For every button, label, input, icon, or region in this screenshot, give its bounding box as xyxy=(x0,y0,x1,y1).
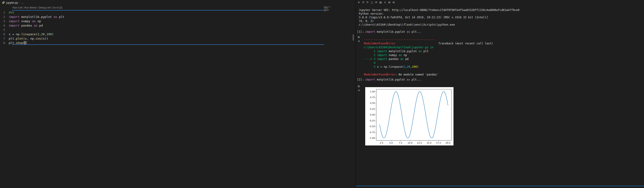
code-line[interactable]: 2import matplotlib.pyplot as plt xyxy=(0,15,64,19)
token: numpy xyxy=(20,19,32,23)
save-notebook-icon[interactable]: ▤ xyxy=(379,0,382,4)
expand-all-icon[interactable]: ⊞ xyxy=(388,0,391,4)
code-line[interactable]: 4import pandas as pd xyxy=(0,23,64,28)
line-number: 3 xyxy=(0,19,9,23)
cell-code[interactable]: import matplotlib.pyplot as plt... xyxy=(365,30,422,34)
token: as xyxy=(32,19,36,23)
token: import xyxy=(9,15,20,18)
code-line[interactable]: 3import numpy as np xyxy=(0,19,64,23)
restart-kernel-icon[interactable]: ⟳ xyxy=(374,0,378,4)
token: Traceback (most recent call last) xyxy=(395,42,493,45)
token: plt xyxy=(57,15,64,18)
token: plt... xyxy=(410,78,422,81)
token: plt... xyxy=(410,30,422,33)
breadcrumb-separator-icon: › xyxy=(19,1,20,4)
interrupt-kernel-icon[interactable]: ▢ xyxy=(370,0,374,4)
token: 5 xyxy=(364,65,377,68)
breadcrumb-symbol[interactable]: ... xyxy=(22,1,24,4)
python-file-icon xyxy=(2,1,5,4)
codelens-link[interactable]: Debug cell xyxy=(38,6,50,9)
server-info-line: c:\\Users\\63164\\Desktop\\flask\\env\\S… xyxy=(359,23,644,26)
token: as xyxy=(399,54,402,57)
token: numpy xyxy=(387,54,399,57)
token: , np. xyxy=(26,37,36,40)
code-line[interactable]: 1#%% xyxy=(0,10,64,15)
breadcrumb: jupyter.py › ... xyxy=(0,0,24,5)
editor-scrollbar-thumb[interactable] xyxy=(352,34,354,41)
input-box-border xyxy=(356,186,644,186)
code-line[interactable]: 7plt.plot(x, np.cos(x)) xyxy=(0,36,64,41)
collapse-all-icon[interactable]: ⊟ xyxy=(392,0,396,4)
svg-text:20.0: 20.0 xyxy=(446,142,450,144)
codelens-bar: Run Cell | Run Below | Debug cell | Go t… xyxy=(12,6,62,10)
token: import xyxy=(9,19,20,23)
codelens-link[interactable]: Run Cell xyxy=(12,6,22,9)
minimap-line xyxy=(324,9,329,10)
token: ) xyxy=(417,65,418,68)
svg-text:-0.50: -0.50 xyxy=(369,125,375,128)
minimap-line xyxy=(324,7,328,8)
clear-results-icon[interactable]: ✕ xyxy=(357,0,361,4)
token: 2 xyxy=(37,32,39,36)
traceback-line: 5 x = np.linspace(2,20,100) xyxy=(364,65,644,69)
codelens-link[interactable]: Go to [2] xyxy=(52,6,62,9)
cell-code[interactable]: import matplotlib.pyplot as plt... xyxy=(365,78,422,82)
breadcrumb-file[interactable]: jupyter.py xyxy=(6,1,18,4)
token: , xyxy=(410,65,412,68)
server-info-line: Jupyter Server URI: http://localhost:888… xyxy=(359,8,644,12)
token: import xyxy=(365,30,375,33)
expand-cell-icon[interactable]: ▸ xyxy=(363,78,364,82)
svg-text:15.0: 15.0 xyxy=(427,142,432,144)
remove-cell-icon[interactable]: ✕ xyxy=(358,89,360,92)
codelens-separator: | xyxy=(50,6,52,9)
line-number: 2 xyxy=(0,15,9,19)
code-line-text: import matplotlib.pyplot as plt xyxy=(9,15,64,19)
token: import xyxy=(377,50,387,53)
code-line-text: plt.plot(x, np.cos(x)) xyxy=(9,36,48,41)
svg-text:0.50: 0.50 xyxy=(370,102,375,104)
svg-text:-1.00: -1.00 xyxy=(369,137,375,139)
svg-text:10.0: 10.0 xyxy=(408,142,412,144)
line-number: 5 xyxy=(0,28,9,32)
remove-cell-icon[interactable]: ✕ xyxy=(358,40,360,43)
jupyter-server-info: Jupyter Server URI: http://localhost:888… xyxy=(356,8,644,26)
token: as xyxy=(418,50,422,53)
token: 20 xyxy=(41,32,45,36)
token: 20 xyxy=(407,65,410,68)
code-editor[interactable]: 1#%%2import matplotlib.pyplot as plt3imp… xyxy=(0,10,64,45)
code-line[interactable]: 5 xyxy=(0,28,64,32)
minimap[interactable] xyxy=(324,6,332,11)
token: linspace xyxy=(21,32,36,36)
matplotlib-plot[interactable]: 2.55.07.510.012.515.017.520.0-1.00-0.75-… xyxy=(365,87,454,145)
svg-text:0.75: 0.75 xyxy=(370,96,375,98)
token: matplotlib.pyplot xyxy=(375,78,406,81)
export-notebook-icon[interactable]: ⇓ xyxy=(383,0,387,4)
token: show xyxy=(16,41,23,45)
gather-code-icon[interactable]: ⧉ xyxy=(358,36,360,39)
undo-icon[interactable]: ↺ xyxy=(361,0,365,4)
token: ModuleNotFoundError xyxy=(364,73,395,76)
code-line-text: import pandas as pd xyxy=(9,23,43,28)
token: import xyxy=(365,78,375,81)
redo-icon[interactable]: ↻ xyxy=(366,0,369,4)
traceback-line xyxy=(364,69,644,73)
line-number: 1 xyxy=(0,10,9,15)
token: matplotlib.pyplot xyxy=(20,15,54,18)
svg-text:-0.75: -0.75 xyxy=(369,131,375,134)
traceback-line: 2 import numpy as np xyxy=(364,53,644,57)
minimap-line xyxy=(324,10,328,10)
code-line-text: import numpy as np xyxy=(9,19,41,23)
codelens-link[interactable]: Run Below xyxy=(24,6,36,9)
token: ( xyxy=(23,41,25,45)
expand-cell-icon[interactable]: ▸ xyxy=(363,30,364,34)
token: 4 xyxy=(364,61,377,65)
code-line[interactable]: 6x = np.linspace(2,20,100) xyxy=(0,32,64,36)
line-number: 6 xyxy=(0,32,9,36)
token: #%% xyxy=(9,11,14,14)
token: cos xyxy=(36,37,41,40)
svg-text:0.25: 0.25 xyxy=(370,108,375,110)
svg-text:-0.25: -0.25 xyxy=(369,119,375,122)
minimap-line xyxy=(324,11,326,11)
token: = np. xyxy=(10,32,21,36)
gather-code-icon[interactable]: ⧉ xyxy=(358,85,360,88)
